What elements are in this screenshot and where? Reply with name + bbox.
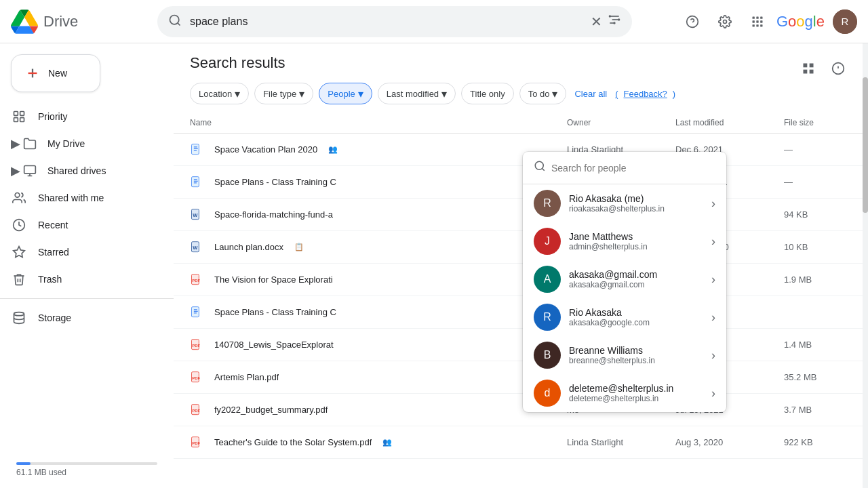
apps-button[interactable]: [744, 8, 771, 35]
person-avatar: B: [534, 342, 561, 369]
person-info: Breanne Williams breanne@shelterplus.in: [569, 345, 703, 365]
file-type-filter[interactable]: File type ▾: [254, 83, 313, 104]
person-name: akasaka@gmail.com: [569, 269, 703, 280]
svg-rect-14: [752, 20, 754, 22]
sidebar-item-shared-with-me[interactable]: Shared with me: [0, 184, 163, 211]
sidebar-item-my-drive[interactable]: ▶ My Drive: [0, 130, 163, 157]
search-options-button[interactable]: [608, 13, 621, 30]
location-filter-label: Location: [199, 89, 232, 99]
file-name-cell: PDF Teacher's Guide to the Solar System.…: [190, 434, 567, 451]
people-filter[interactable]: People ▾: [319, 83, 372, 104]
people-search-input[interactable]: [551, 163, 715, 174]
file-name-cell: PDF The Vision for Space Explorati: [190, 272, 567, 288]
svg-rect-12: [756, 16, 758, 18]
people-item-jane[interactable]: J Jane Matthews admin@shelterplus.in ›: [523, 222, 726, 260]
info-button[interactable]: [825, 55, 852, 82]
file-icon-pdf: PDF: [190, 369, 206, 386]
svg-rect-54: [192, 306, 199, 317]
file-size: —: [784, 177, 852, 187]
table-row[interactable]: PDF Teacher's Guide to the Solar System.…: [174, 426, 868, 459]
person-info: Jane Matthews admin@shelterplus.in: [569, 231, 703, 251]
people-item-akasaka-gmail[interactable]: A akasaka@gmail.com akasaka@gmail.com ›: [523, 260, 726, 298]
svg-point-10: [723, 20, 726, 23]
sidebar-item-priority[interactable]: Priority: [0, 103, 163, 130]
people-item-rio-me[interactable]: R Rio Akasaka (me) rioakasaka@shelterplu…: [523, 184, 726, 222]
to-do-filter[interactable]: To do ▾: [519, 83, 567, 104]
table-row[interactable]: PDF fy2022_budget_summary.pdf me Jul 19,…: [174, 394, 868, 426]
file-name: Launch plan.docx: [214, 242, 283, 252]
sidebar-item-starred[interactable]: Starred: [0, 239, 163, 266]
people-item-rio-google[interactable]: R Rio Akasaka akasaka@google.com ›: [523, 298, 726, 336]
svg-line-1: [178, 23, 180, 26]
location-filter[interactable]: Location ▾: [190, 83, 249, 104]
person-chevron-icon: ›: [711, 272, 715, 287]
people-item-deleteme[interactable]: d deleteme@shelterplus.in deleteme@shelt…: [523, 374, 726, 412]
search-input[interactable]: space plans: [190, 16, 591, 28]
sidebar-divider: [0, 298, 174, 299]
table-row[interactable]: Space Plans - Class Training C: [174, 296, 868, 329]
svg-text:PDF: PDF: [192, 409, 200, 413]
scrollbar[interactable]: [863, 43, 868, 488]
table-row[interactable]: PDF Artemis Plan.pdf Jul 19, 2021 35.2 M…: [174, 361, 868, 394]
svg-point-32: [14, 312, 24, 316]
sidebar-item-storage[interactable]: Storage: [0, 304, 163, 331]
feedback-label[interactable]: Feedback?: [624, 89, 667, 99]
svg-text:PDF: PDF: [192, 279, 200, 283]
settings-button[interactable]: [711, 8, 738, 35]
file-size: 1.4 MB: [784, 340, 852, 350]
svg-rect-28: [24, 166, 36, 174]
last-modified-filter-label: Last modified: [387, 89, 439, 99]
table-row[interactable]: W Launch plan.docx 📋 May 18, 2020 10 KB: [174, 231, 868, 264]
table-row[interactable]: Space Vacation Plan 2020 👥 Linda Starlig…: [174, 134, 868, 166]
search-clear-button[interactable]: ✕: [591, 14, 602, 30]
file-size: 3.7 MB: [784, 405, 852, 415]
sidebar-item-trash[interactable]: Trash: [0, 266, 163, 293]
file-icon-doc: [190, 174, 206, 190]
content-header: Search results: [174, 43, 868, 113]
header-actions: Google R: [679, 8, 857, 35]
title-only-filter[interactable]: Title only: [461, 83, 514, 104]
table-row[interactable]: PDF 140708_Lewis_SpaceExplorat Aug 3, 20…: [174, 329, 868, 361]
location-chevron-icon: ▾: [235, 87, 240, 100]
page-title: Search results: [190, 54, 285, 72]
file-size: 10 KB: [784, 242, 852, 252]
file-list-header: Name Owner Last modified File size: [174, 113, 868, 134]
sidebar-item-recent[interactable]: Recent: [0, 211, 163, 239]
new-plus-icon: [25, 66, 40, 81]
search-bar[interactable]: space plans ✕: [157, 6, 632, 37]
people-list: R Rio Akasaka (me) rioakasaka@shelterplu…: [523, 184, 726, 412]
svg-point-6: [618, 18, 620, 20]
person-avatar: d: [534, 380, 561, 407]
user-avatar[interactable]: R: [833, 9, 857, 34]
file-badge: 📋: [294, 243, 304, 251]
person-name: deleteme@shelterplus.in: [569, 383, 703, 394]
file-icon-pdf: PDF: [190, 337, 206, 353]
person-chevron-icon: ›: [711, 310, 715, 325]
last-modified-filter[interactable]: Last modified ▾: [378, 83, 456, 104]
sidebar-item-shared-drives[interactable]: ▶ Shared drives: [0, 157, 163, 184]
feedback-close: ): [673, 89, 675, 99]
people-item-breanne[interactable]: B Breanne Williams breanne@shelterplus.i…: [523, 336, 726, 374]
svg-line-67: [542, 168, 544, 170]
feedback-link[interactable]: (: [615, 89, 618, 99]
person-email: breanne@shelterplus.in: [569, 356, 703, 365]
person-email: akasaka@google.com: [569, 318, 703, 327]
table-row[interactable]: W Space-florida-matching-fund-a Jul 19, …: [174, 199, 868, 231]
table-row[interactable]: PDF The Vision for Space Explorati Linda…: [174, 264, 868, 296]
clear-all-button[interactable]: Clear all: [572, 89, 610, 99]
grid-view-button[interactable]: [795, 55, 822, 82]
scrollbar-thumb[interactable]: [863, 77, 868, 213]
person-name: Rio Akasaka: [569, 307, 703, 318]
table-row[interactable]: Space Plans - Class Training C Jane Matt…: [174, 166, 868, 199]
svg-rect-11: [752, 16, 754, 18]
file-size: —: [784, 144, 852, 155]
new-button[interactable]: New: [11, 54, 100, 92]
file-name: 140708_Lewis_SpaceExplorat: [214, 340, 334, 350]
app-header: Drive space plans ✕: [0, 0, 868, 43]
person-info: akasaka@gmail.com akasaka@gmail.com: [569, 269, 703, 289]
svg-text:PDF: PDF: [192, 441, 200, 445]
sidebar-item-storage-label: Storage: [38, 312, 71, 323]
file-size: 35.2 MB: [784, 372, 852, 382]
help-button[interactable]: [679, 8, 706, 35]
people-dropdown: R Rio Akasaka (me) rioakasaka@shelterplu…: [523, 152, 726, 412]
